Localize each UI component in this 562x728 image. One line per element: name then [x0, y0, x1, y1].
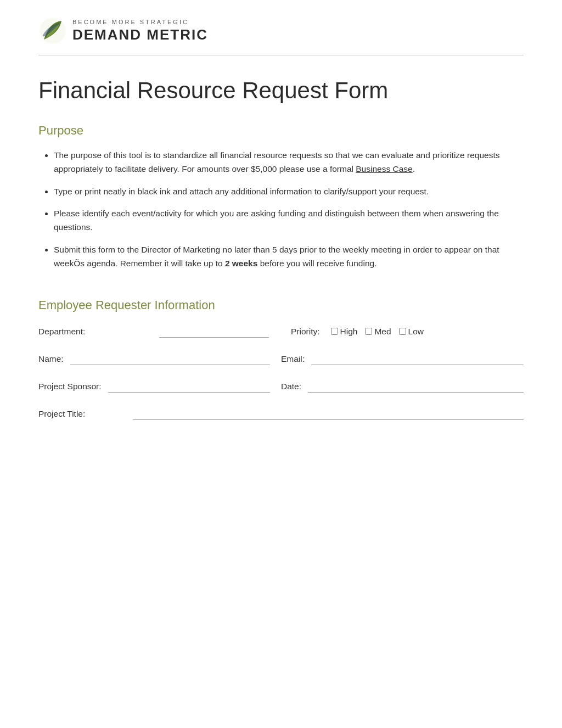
bullet3-text: Please identify each event/activity for …: [54, 209, 499, 232]
name-field[interactable]: [70, 353, 270, 365]
priority-high-item: High: [331, 327, 358, 337]
page-container: Become More Strategic Demand Metric Fina…: [0, 0, 562, 728]
project-title-row: Project Title:: [38, 408, 524, 420]
priority-med-label: Med: [374, 327, 391, 337]
business-case-link[interactable]: Business Case: [356, 164, 412, 173]
bullet1-text-before: The purpose of this tool is to standardi…: [54, 150, 499, 173]
priority-low-item: Low: [399, 327, 424, 337]
bullet-item-4: Submit this form to the Director of Mark…: [54, 243, 524, 271]
priority-label: Priority:: [291, 327, 320, 337]
bullet1-text-after: .: [413, 164, 415, 173]
page-title: Financial Resource Request Form: [38, 77, 524, 104]
bullet-item-1: The purpose of this tool is to standardi…: [54, 149, 524, 176]
purpose-bullet-list: The purpose of this tool is to standardi…: [38, 149, 524, 271]
priority-med-checkbox[interactable]: [365, 328, 372, 335]
email-col: Email:: [281, 353, 524, 365]
bullet4-text-after: before you will receive funding.: [257, 259, 376, 268]
priority-low-label: Low: [408, 327, 424, 337]
priority-high-checkbox[interactable]: [331, 328, 338, 335]
name-col: Name:: [38, 353, 281, 365]
purpose-section: Purpose The purpose of this tool is to s…: [38, 124, 524, 271]
bullet4-bold: 2 weeks: [225, 259, 257, 268]
priority-group: Priority: High Med Low: [291, 327, 428, 337]
logo-icon: [38, 16, 67, 45]
form-fields: Department: Priority: High Med Low: [38, 326, 524, 420]
name-email-row: Name: Email:: [38, 353, 524, 365]
purpose-heading: Purpose: [38, 124, 524, 138]
sponsor-col: Project Sponsor:: [38, 380, 281, 393]
project-title-label: Project Title:: [38, 409, 126, 419]
date-col: Date:: [281, 380, 524, 393]
bullet-item-3: Please identify each event/activity for …: [54, 207, 524, 234]
sponsor-date-row: Project Sponsor: Date:: [38, 380, 524, 393]
priority-med-item: Med: [365, 327, 391, 337]
email-field[interactable]: [311, 353, 524, 365]
date-label: Date:: [281, 382, 301, 391]
department-priority-row: Department: Priority: High Med Low: [38, 326, 524, 338]
logo-name: Demand Metric: [72, 26, 208, 43]
department-label: Department:: [38, 327, 159, 337]
logo-tagline: Become More Strategic: [72, 19, 208, 25]
bullet-item-2: Type or print neatly in black ink and at…: [54, 185, 524, 199]
name-label: Name:: [38, 354, 64, 364]
logo-section: Become More Strategic Demand Metric: [38, 16, 524, 55]
priority-high-label: High: [340, 327, 358, 337]
project-sponsor-label: Project Sponsor:: [38, 382, 102, 391]
email-label: Email:: [281, 354, 305, 364]
project-sponsor-field[interactable]: [108, 380, 270, 393]
department-field[interactable]: [159, 326, 269, 338]
date-field[interactable]: [308, 380, 524, 393]
logo-text-block: Become More Strategic Demand Metric: [72, 19, 208, 43]
priority-low-checkbox[interactable]: [399, 328, 406, 335]
requester-section: Employee Requester Information Departmen…: [38, 298, 524, 420]
bullet2-text: Type or print neatly in black ink and at…: [54, 187, 429, 196]
requester-heading: Employee Requester Information: [38, 298, 524, 312]
project-title-field[interactable]: [133, 408, 524, 420]
